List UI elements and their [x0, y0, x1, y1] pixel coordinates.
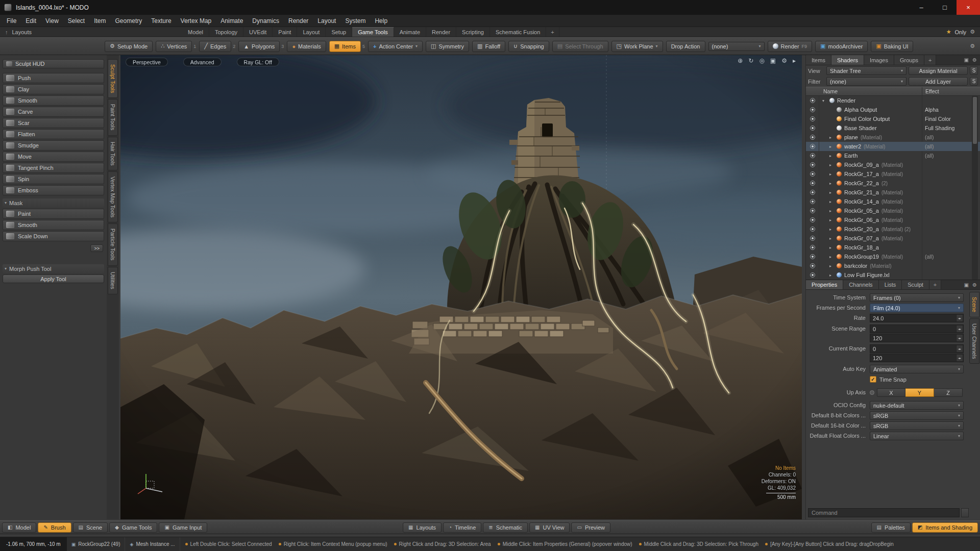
expander-icon[interactable]: ▸ — [829, 245, 834, 250]
default-16-bit-color-dropdown[interactable]: sRGB▾ — [870, 421, 964, 430]
visibility-eye-icon[interactable] — [810, 254, 815, 259]
mask-tool-smooth[interactable]: Smooth — [3, 220, 104, 230]
spinner-icon[interactable]: ◂▸ — [956, 315, 963, 321]
axis-z-button[interactable]: Z — [934, 388, 963, 397]
visibility-eye-icon[interactable] — [810, 208, 815, 213]
visibility-eye-icon[interactable] — [810, 107, 815, 112]
shader-row-rockgr-14-a[interactable]: ▸RockGr_14_a(Material) — [806, 197, 980, 206]
baking-ui-button[interactable]: ▣ Baking UI — [871, 41, 913, 52]
spinner-icon[interactable]: ◂▸ — [956, 335, 963, 341]
rate-field[interactable]: 24.0◂▸ — [870, 314, 964, 322]
add-layer-button[interactable]: Add Layer — [909, 77, 968, 86]
properties-tab-sculpt[interactable]: Sculpt — [902, 280, 929, 289]
sculpt-tool-smudge[interactable]: Smudge — [3, 140, 104, 151]
expander-icon[interactable]: ▸ — [829, 227, 834, 232]
bottom-tab-game-tools[interactable]: ◆Game Tools — [109, 522, 157, 533]
layout-tab-paint[interactable]: Paint — [273, 27, 297, 37]
visibility-eye-icon[interactable] — [810, 236, 815, 241]
visibility-eye-icon[interactable] — [810, 227, 815, 232]
sculpt-tool-flatten[interactable]: Flatten — [3, 129, 104, 139]
ocio-config-dropdown[interactable]: nuke-default▾ — [870, 401, 964, 410]
menu-system[interactable]: System — [340, 15, 370, 27]
visibility-eye-icon[interactable] — [810, 153, 815, 158]
shader-row-rockgr-17-a[interactable]: ▸RockGr_17_a(Material) — [806, 169, 980, 179]
sculpt-tool-tangent-pinch[interactable]: Tangent Pinch — [3, 163, 104, 173]
layout-tab-model[interactable]: Model — [182, 27, 209, 37]
apply-tool-button[interactable]: Apply Tool — [3, 274, 104, 283]
items-mode-button[interactable]: ▦Items — [329, 41, 361, 52]
default-float-colors-dropdown[interactable]: Linear▾ — [870, 432, 964, 440]
shader-row-alpha-output[interactable]: Alpha OutputAlpha — [806, 105, 980, 114]
scene-range-start-field[interactable]: 0◂▸ — [870, 324, 964, 333]
shader-row-low-full-figure-lxl[interactable]: ▸Low Full Figure.lxl — [806, 270, 980, 280]
polygons-mode-button[interactable]: ▲Polygons — [238, 41, 280, 52]
visibility-eye-icon[interactable] — [810, 245, 815, 250]
bottom-tab-game-input[interactable]: ▣Game Input — [159, 522, 207, 533]
auto-key-dropdown[interactable]: Animated▾ — [870, 365, 964, 373]
symmetry-button[interactable]: ◫ Symmetry — [426, 41, 469, 52]
time-system-dropdown[interactable]: Frames (0)▾ — [870, 293, 964, 302]
sculpt-tool-scar[interactable]: Scar — [3, 118, 104, 128]
bottom-tab-layouts[interactable]: ▦Layouts — [403, 522, 442, 533]
tool-tab-sculpt-tools[interactable]: Sculpt Tools — [108, 59, 118, 98]
drop-action-button[interactable]: Drop Action — [666, 41, 705, 52]
tool-tab-utilities[interactable]: Utilities — [108, 267, 118, 294]
layout-tab-uvedit[interactable]: UVEdit — [243, 27, 273, 37]
current-range-start-field[interactable]: 0◂▸ — [870, 344, 964, 353]
spinner-icon[interactable]: ◂▸ — [956, 355, 963, 361]
layout-tab-topology[interactable]: Topology — [209, 27, 243, 37]
name-column-header[interactable]: Name — [823, 87, 838, 95]
visibility-eye-icon[interactable] — [810, 144, 815, 149]
properties-tab-properties[interactable]: Properties — [806, 280, 843, 289]
visibility-eye-icon[interactable] — [810, 135, 815, 140]
visibility-eye-icon[interactable] — [810, 272, 815, 278]
minimize-button[interactable]: – — [910, 0, 933, 15]
mask-section-header[interactable]: ▾ Mask — [3, 198, 104, 207]
default-8-bit-colors-dropdown[interactable]: sRGB▾ — [870, 411, 964, 420]
sculpt-tool-emboss[interactable]: Emboss — [3, 185, 104, 195]
shader-row-rockgr-05-a[interactable]: ▸RockGr_05_a(Material) — [806, 206, 980, 215]
viewport-perspective-button[interactable]: Perspective — [126, 58, 168, 66]
expander-icon[interactable]: ▸ — [829, 135, 834, 140]
panel-tab-shaders[interactable]: Shaders — [831, 55, 864, 65]
layout-tab-schematic-fusion[interactable]: Schematic Fusion — [490, 27, 546, 37]
visibility-eye-icon[interactable] — [810, 217, 815, 222]
edges-mode-button[interactable]: ╱Edges — [199, 41, 231, 52]
layouts-gear-icon[interactable]: ⚙ — [970, 29, 975, 35]
menu-texture[interactable]: Texture — [146, 15, 176, 27]
frames-per-second-dropdown[interactable]: Film (24.0)▾ — [870, 304, 964, 312]
command-input[interactable]: Command — [808, 508, 960, 517]
falloff-button[interactable]: ▥ Falloff — [472, 41, 505, 52]
expander-icon[interactable]: ▸ — [829, 255, 834, 259]
command-history-button[interactable] — [961, 508, 969, 517]
properties-frame-icon[interactable]: ▣ — [964, 282, 969, 288]
setup-mode-button[interactable]: ⚙ Setup Mode — [105, 41, 153, 52]
bottom-tab-scene[interactable]: ▤Scene — [73, 522, 108, 533]
vertices-mode-button[interactable]: ∴Vertices — [156, 41, 192, 52]
pan-icon[interactable]: ⊕ — [738, 57, 743, 64]
shader-row-rockgr-06-a[interactable]: ▸RockGr_06_a(Material) — [806, 215, 980, 224]
menu-vertex-map[interactable]: Vertex Map — [176, 15, 216, 27]
visibility-eye-icon[interactable] — [810, 162, 815, 167]
bottom-tab-palettes[interactable]: ▤Palettes — [871, 522, 911, 533]
menu-help[interactable]: Help — [370, 15, 392, 27]
properties-tab-lists[interactable]: Lists — [879, 280, 902, 289]
bottom-tab-timeline[interactable]: ◔Timeline — [443, 522, 481, 533]
viewport-gear-icon[interactable]: ⚙ — [781, 57, 787, 64]
properties-gear-icon[interactable]: ⚙ — [972, 282, 977, 288]
axis-x-button[interactable]: X — [877, 388, 905, 397]
expander-icon[interactable]: ▸ — [829, 144, 834, 149]
layout-tab-render[interactable]: Render — [426, 27, 456, 37]
shader-row-render[interactable]: ▾Render — [806, 96, 980, 105]
expander-icon[interactable]: ▸ — [829, 199, 834, 204]
scene-range-end-field[interactable]: 120◂▸ — [870, 334, 964, 342]
frame-icon[interactable]: ▣ — [770, 57, 776, 64]
bottom-tab-items-and-shading[interactable]: ◩Items and Shading — [912, 522, 978, 533]
panel-tab-add[interactable]: + — [924, 55, 936, 65]
menu-animate[interactable]: Animate — [216, 15, 248, 27]
shader-row-rockgr-18-a[interactable]: ▸RockGr_18_a — [806, 243, 980, 252]
shader-row-rockgr-22-a[interactable]: ▸RockGr_22_a(2) — [806, 179, 980, 188]
shader-row-final-color-output[interactable]: Final Color OutputFinal Color — [806, 114, 980, 123]
view-dropdown[interactable]: Shader Tree ▾ — [826, 66, 906, 75]
tool-tab-vertex-map-tools[interactable]: Vertex Map Tools — [108, 171, 118, 222]
